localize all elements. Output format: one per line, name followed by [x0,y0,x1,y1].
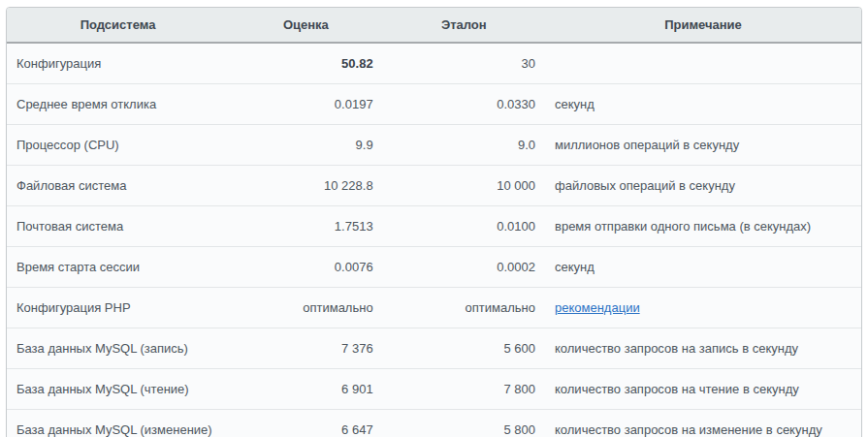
score-cell: 10 228.8 [229,166,383,206]
subsystem-cell: База данных MySQL (чтение) [7,369,229,410]
table-row: Файловая система10 228.810 000файловых о… [7,166,861,206]
score-value: 50.82 [341,56,373,71]
subsystem-cell: Файловая система [7,166,229,206]
header-row: Подсистема Оценка Эталон Примечание [7,8,861,43]
score-cell: 0.0197 [229,84,383,125]
score-cell: оптимально [229,288,383,328]
score-cell: 50.82 [229,43,383,84]
column-header-score: Оценка [229,8,383,43]
score-value: 9.9 [356,138,373,152]
table-row: Среднее время отклика0.01970.0330секунд [7,84,861,125]
note-cell: количество запросов на изменение в секун… [545,410,861,437]
reference-cell: 10 000 [383,166,545,206]
recommendations-link[interactable]: рекомендации [555,300,640,315]
reference-cell: 0.0330 [383,84,545,125]
score-value: оптимально [303,300,372,315]
note-cell: секунд [545,84,861,125]
table-row: Почтовая система1.75130.0100время отправ… [7,206,861,247]
reference-cell: оптимально [383,288,545,328]
score-cell: 1.7513 [229,206,383,247]
subsystem-cell: Процессор (CPU) [7,125,229,166]
subsystem-cell: Время старта сессии [7,247,229,288]
subsystem-cell: Конфигурация [7,43,229,84]
reference-cell: 0.0002 [383,247,545,288]
performance-table-header: Подсистема Оценка Эталон Примечание [7,8,861,43]
score-value: 6 647 [341,422,373,437]
table-row: База данных MySQL (изменение)6 6475 800к… [7,410,861,437]
score-cell: 6 901 [229,369,383,410]
subsystem-cell: Среднее время отклика [7,84,229,125]
subsystem-cell: Конфигурация PHP [7,288,229,328]
reference-cell: 7 800 [383,369,545,410]
note-cell: секунд [545,247,861,288]
table-row: Процессор (CPU)9.99.0миллионов операций … [7,125,861,166]
note-cell: рекомендации [545,288,861,328]
score-cell: 6 647 [229,410,383,437]
performance-table-panel: Подсистема Оценка Эталон Примечание Конф… [6,7,862,437]
table-row: Конфигурация PHPоптимальнооптимальнореко… [7,288,861,328]
column-header-subsystem: Подсистема [7,8,229,43]
score-value: 1.7513 [335,219,373,234]
subsystem-cell: База данных MySQL (изменение) [7,410,229,437]
score-cell: 0.0076 [229,247,383,288]
reference-cell: 9.0 [383,125,545,166]
subsystem-cell: Почтовая система [7,206,229,247]
table-row: База данных MySQL (запись)7 3765 600коли… [7,328,861,369]
note-cell: миллионов операций в секунду [545,125,861,166]
reference-cell: 5 800 [383,410,545,437]
reference-cell: 0.0100 [383,206,545,247]
reference-cell: 5 600 [383,328,545,369]
note-cell: время отправки одного письма (в секундах… [545,206,861,247]
page: Подсистема Оценка Эталон Примечание Конф… [0,0,868,437]
score-value: 0.0197 [335,97,373,111]
score-value: 0.0076 [335,260,373,274]
note-cell [545,43,861,84]
table-row: Время старта сессии0.00760.0002секунд [7,247,861,288]
table-row: Конфигурация50.8230 [7,43,861,84]
score-cell: 9.9 [229,125,383,166]
note-cell: файловых операций в секунду [545,166,861,206]
reference-cell: 30 [383,43,545,84]
table-row: База данных MySQL (чтение)6 9017 800коли… [7,369,861,410]
performance-table: Подсистема Оценка Эталон Примечание Конф… [7,8,861,437]
score-value: 6 901 [341,382,373,396]
performance-table-body: Конфигурация50.8230Среднее время отклика… [7,43,861,437]
score-value: 10 228.8 [324,178,373,193]
score-cell: 7 376 [229,328,383,369]
column-header-reference: Эталон [383,8,545,43]
note-cell: количество запросов на чтение в секунду [545,369,861,410]
column-header-note: Примечание [545,8,861,43]
score-value: 7 376 [341,341,373,356]
note-cell: количество запросов на запись в секунду [545,328,861,369]
subsystem-cell: База данных MySQL (запись) [7,328,229,369]
